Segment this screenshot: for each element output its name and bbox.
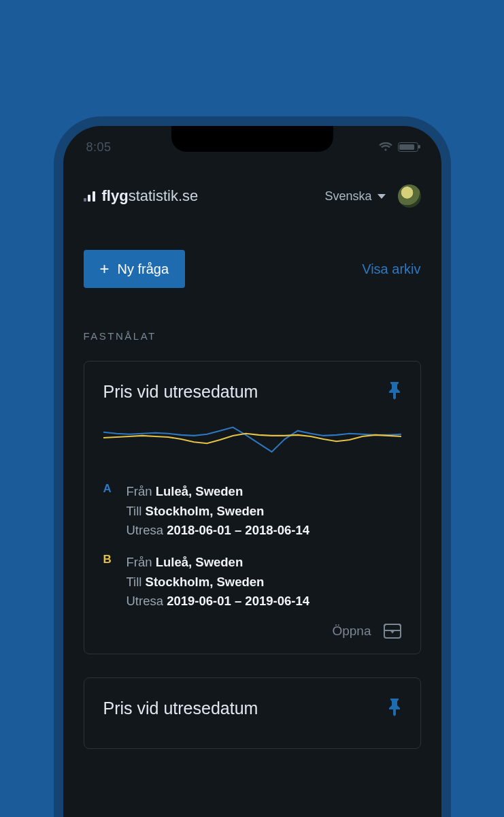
language-label: Svenska [324, 189, 371, 204]
avatar[interactable] [398, 185, 421, 208]
notch [171, 126, 333, 152]
card-footer: Öppna [103, 624, 401, 639]
pinned-section-label: FASTNÅLAT [84, 330, 421, 342]
pin-icon[interactable] [388, 699, 401, 716]
pinned-card[interactable]: Pris vid utresedatum [84, 677, 421, 749]
phone-frame: 8:05 flygstatistik.se Svenska [63, 126, 441, 817]
from-label: Från [127, 555, 152, 569]
new-question-button[interactable]: + Ny fråga [84, 250, 186, 288]
topbar: flygstatistik.se Svenska [84, 185, 421, 208]
series-tag-b: B [103, 553, 114, 611]
plus-icon: + [100, 261, 110, 277]
series-tag-a: A [103, 482, 114, 541]
pin-icon[interactable] [388, 382, 401, 400]
series-a-from: Luleå, Sweden [156, 484, 243, 498]
series-b: B Från Luleå, Sweden Till Stockholm, Swe… [103, 553, 401, 611]
from-label: Från [127, 484, 152, 498]
brand-bold: flyg [102, 187, 129, 204]
wifi-icon [379, 142, 392, 152]
actions-row: + Ny fråga Visa arkiv [84, 250, 421, 288]
series-b-from: Luleå, Sweden [156, 555, 243, 569]
to-label: Till [127, 504, 142, 518]
brand-thin: statistik.se [129, 187, 199, 204]
bars-icon [84, 191, 95, 202]
card-title: Pris vid utresedatum [103, 699, 258, 718]
series-b-to: Stockholm, Sweden [146, 575, 265, 589]
departure-label: Utresa [127, 594, 164, 608]
status-time: 8:05 [86, 140, 112, 155]
battery-icon [398, 142, 418, 152]
series-a-dates: 2018-06-01 – 2018-06-14 [167, 523, 309, 537]
chevron-down-icon [377, 194, 386, 199]
language-selector[interactable]: Svenska [324, 189, 385, 204]
card-title: Pris vid utresedatum [103, 382, 258, 402]
series-b-dates: 2019-06-01 – 2019-06-14 [167, 594, 309, 608]
archive-icon[interactable] [384, 624, 401, 639]
brand[interactable]: flygstatistik.se [84, 187, 199, 205]
pinned-card[interactable]: Pris vid utresedatum A Från Luleå, Swede… [84, 361, 421, 654]
view-archive-link[interactable]: Visa arkiv [362, 261, 420, 277]
brand-text: flygstatistik.se [102, 187, 199, 205]
open-label[interactable]: Öppna [332, 624, 371, 639]
series-a: A Från Luleå, Sweden Till Stockholm, Swe… [103, 482, 401, 541]
departure-label: Utresa [127, 523, 164, 537]
sparkline-chart [103, 417, 401, 459]
new-question-label: Ny fråga [118, 261, 169, 277]
to-label: Till [127, 575, 142, 589]
app-content: flygstatistik.se Svenska + Ny fråga Visa… [63, 159, 441, 749]
series-a-to: Stockholm, Sweden [146, 504, 265, 518]
status-icons [379, 142, 418, 152]
